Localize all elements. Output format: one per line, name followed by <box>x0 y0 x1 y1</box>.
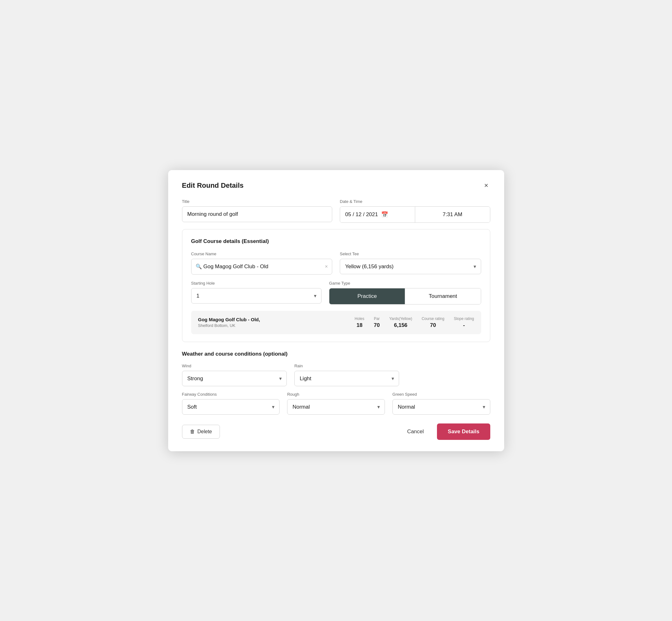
rough-group: Rough Short Normal Long Very Long ▾ <box>287 392 385 415</box>
search-icon: 🔍 <box>196 263 202 270</box>
holes-label: Holes <box>354 317 365 321</box>
starting-hole-select[interactable]: 1 10 <box>191 288 322 303</box>
rain-select[interactable]: None Light Moderate Heavy <box>294 371 399 386</box>
par-value: 70 <box>374 322 380 329</box>
slope-rating-stat: Slope rating - <box>454 317 474 329</box>
calendar-icon: 📅 <box>381 211 388 218</box>
course-name-input[interactable] <box>191 259 333 275</box>
fairway-label: Fairway Conditions <box>182 392 280 397</box>
game-type-group: Game Type Practice Tournament <box>329 281 481 304</box>
trash-icon: 🗑 <box>190 429 195 434</box>
course-search-wrap: 🔍 × <box>191 259 333 275</box>
rough-label: Rough <box>287 392 385 397</box>
slope-rating-value: - <box>463 322 465 329</box>
course-name-label: Course Name <box>191 251 333 256</box>
fairway-rough-green-row: Fairway Conditions Soft Normal Firm Hard… <box>182 392 490 415</box>
wind-rain-row: Wind Calm Light Moderate Strong Very Str… <box>182 364 490 386</box>
title-label: Title <box>182 199 333 204</box>
yards-value: 6,156 <box>394 322 408 329</box>
footer-row: 🗑 Delete Cancel Save Details <box>182 423 490 440</box>
fairway-group: Fairway Conditions Soft Normal Firm Hard… <box>182 392 280 415</box>
select-tee-input[interactable]: Yellow (6,156 yards) White (6,500 yards)… <box>340 259 481 274</box>
datetime-group: Date & Time 05 / 12 / 2021 📅 7:31 AM <box>340 199 490 223</box>
starting-hole-label: Starting Hole <box>191 281 322 286</box>
weather-section-title: Weather and course conditions (optional) <box>182 351 490 357</box>
rain-select-wrap: None Light Moderate Heavy ▾ <box>294 371 399 386</box>
time-value: 7:31 AM <box>443 211 462 218</box>
holes-stat: Holes 18 <box>354 317 365 329</box>
course-rating-value: 70 <box>430 322 436 329</box>
tournament-toggle-button[interactable]: Tournament <box>405 288 480 304</box>
title-group: Title <box>182 199 333 223</box>
weather-section: Weather and course conditions (optional)… <box>182 351 490 415</box>
select-tee-wrap: Yellow (6,156 yards) White (6,500 yards)… <box>340 259 481 274</box>
course-info-name-text: Gog Magog Golf Club - Old, <box>198 317 345 322</box>
course-info-box: Gog Magog Golf Club - Old, Shelford Bott… <box>191 311 481 334</box>
yards-stat: Yards(Yellow) 6,156 <box>389 317 412 329</box>
green-speed-label: Green Speed <box>392 392 490 397</box>
fairway-select[interactable]: Soft Normal Firm Hard <box>182 399 280 415</box>
green-speed-select-wrap: Slow Normal Fast Very Fast ▾ <box>392 399 490 415</box>
select-tee-label: Select Tee <box>340 251 481 256</box>
wind-label: Wind <box>182 364 287 368</box>
par-stat: Par 70 <box>374 317 380 329</box>
slope-rating-label: Slope rating <box>454 317 474 321</box>
green-speed-group: Green Speed Slow Normal Fast Very Fast ▾ <box>392 392 490 415</box>
rough-select-wrap: Short Normal Long Very Long ▾ <box>287 399 385 415</box>
modal-title: Edit Round Details <box>182 181 244 190</box>
par-label: Par <box>374 317 380 321</box>
course-rating-stat: Course rating 70 <box>421 317 444 329</box>
select-tee-group: Select Tee Yellow (6,156 yards) White (6… <box>340 251 481 275</box>
rough-select[interactable]: Short Normal Long Very Long <box>287 399 385 415</box>
save-button[interactable]: Save Details <box>437 423 490 440</box>
delete-button[interactable]: 🗑 Delete <box>182 425 220 439</box>
holes-value: 18 <box>356 322 363 329</box>
rain-label: Rain <box>294 364 399 368</box>
rain-group: Rain None Light Moderate Heavy ▾ <box>294 364 399 386</box>
date-field[interactable]: 05 / 12 / 2021 📅 <box>340 207 415 222</box>
green-speed-select[interactable]: Slow Normal Fast Very Fast <box>392 399 490 415</box>
wind-group: Wind Calm Light Moderate Strong Very Str… <box>182 364 287 386</box>
delete-label: Delete <box>198 429 212 434</box>
clear-icon[interactable]: × <box>325 264 328 270</box>
modal-header: Edit Round Details × <box>182 181 490 190</box>
yards-label: Yards(Yellow) <box>389 317 412 321</box>
title-input[interactable] <box>182 206 333 222</box>
course-name-group: Course Name 🔍 × <box>191 251 333 275</box>
course-info-name: Gog Magog Golf Club - Old, Shelford Bott… <box>198 317 345 328</box>
practice-toggle-button[interactable]: Practice <box>329 288 405 304</box>
time-field[interactable]: 7:31 AM <box>415 207 490 222</box>
game-type-label: Game Type <box>329 281 481 286</box>
footer-right: Cancel Save Details <box>401 423 490 440</box>
datetime-label: Date & Time <box>340 199 490 204</box>
edit-round-modal: Edit Round Details × Title Date & Time 0… <box>168 170 504 451</box>
course-info-location: Shelford Bottom, UK <box>198 323 345 328</box>
hole-gametype-row: Starting Hole 1 10 ▾ Game Type Practice … <box>191 281 481 304</box>
wind-select[interactable]: Calm Light Moderate Strong Very Strong <box>182 371 287 386</box>
starting-hole-group: Starting Hole 1 10 ▾ <box>191 281 322 304</box>
game-type-toggle: Practice Tournament <box>329 288 481 304</box>
date-time-row: 05 / 12 / 2021 📅 7:31 AM <box>340 206 490 223</box>
course-tee-row: Course Name 🔍 × Select Tee Yellow (6,156… <box>191 251 481 275</box>
fairway-select-wrap: Soft Normal Firm Hard ▾ <box>182 399 280 415</box>
golf-course-section: Golf Course details (Essential) Course N… <box>182 229 490 342</box>
starting-hole-wrap: 1 10 ▾ <box>191 288 322 303</box>
course-rating-label: Course rating <box>421 317 444 321</box>
golf-section-title: Golf Course details (Essential) <box>191 238 481 245</box>
close-button[interactable]: × <box>482 181 490 190</box>
date-value: 05 / 12 / 2021 <box>345 211 378 218</box>
title-datetime-row: Title Date & Time 05 / 12 / 2021 📅 7:31 … <box>182 199 490 223</box>
wind-select-wrap: Calm Light Moderate Strong Very Strong ▾ <box>182 371 287 386</box>
cancel-button[interactable]: Cancel <box>401 425 429 439</box>
